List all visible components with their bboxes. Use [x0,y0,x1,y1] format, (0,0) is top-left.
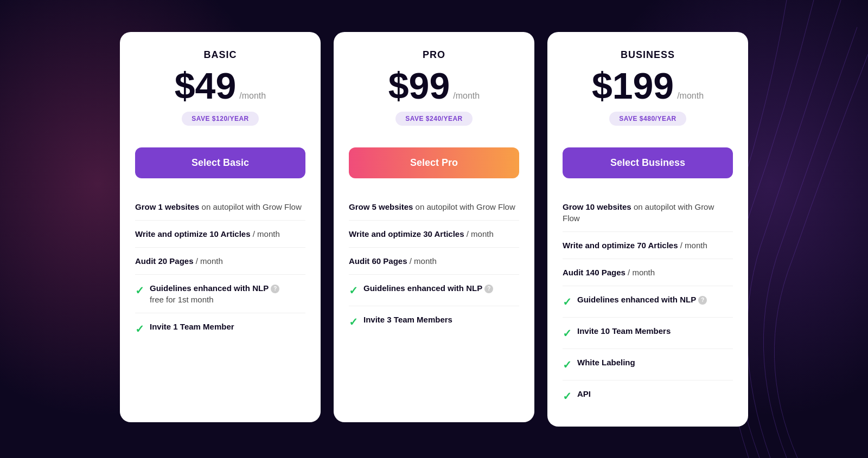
plan-save-wrapper-pro: SAVE $240/YEAR [349,112,519,137]
plan-period-pro: /month [453,91,480,101]
help-icon-pro-3[interactable]: ? [484,285,493,293]
plan-save-badge-business: SAVE $480/YEAR [609,112,686,126]
plan-name-pro: PRO [349,49,519,61]
feature-text-pro-3: Guidelines enhanced with NLP? [363,282,519,294]
feature-text-basic-3: Guidelines enhanced with NLP? free for 1… [150,282,305,305]
feature-item-business-6: ✓API [563,380,733,411]
features-list-basic: Grow 1 websites on autopilot with Grow F… [135,193,305,344]
feature-text-pro-4: Invite 3 Team Members [363,314,519,325]
plan-card-basic: BASIC$49/monthSAVE $120/YEARSelect Basic… [120,32,321,422]
help-icon-basic-3[interactable]: ? [271,285,279,293]
check-icon-business-3: ✓ [563,294,572,309]
feature-item-basic-2: Audit 20 Pages / month [135,248,305,275]
plan-price-row-pro: $99/month [349,67,519,104]
features-list-pro: Grow 5 websites on autopilot with Grow F… [349,193,519,337]
select-pro-button[interactable]: Select Pro [349,147,519,178]
plan-price-row-basic: $49/month [135,67,305,104]
check-icon-pro-4: ✓ [349,314,358,330]
plan-price-basic: $49 [175,67,236,104]
feature-item-basic-4: ✓Invite 1 Team Member [135,313,305,344]
plan-save-wrapper-basic: SAVE $120/YEAR [135,112,305,137]
plan-name-basic: BASIC [135,49,305,61]
feature-item-business-4: ✓Invite 10 Team Members [563,318,733,349]
features-list-business: Grow 10 websites on autopilot with Grow … [563,193,733,411]
plan-name-business: BUSINESS [563,49,733,61]
check-icon-business-5: ✓ [563,357,572,372]
feature-item-business-2: Audit 140 Pages / month [563,259,733,286]
check-icon-pro-3: ✓ [349,283,358,298]
feature-item-pro-4: ✓Invite 3 Team Members [349,306,519,337]
feature-item-pro-2: Audit 60 Pages / month [349,248,519,275]
plan-save-badge-basic: SAVE $120/YEAR [182,112,259,126]
plan-price-business: $199 [592,67,674,104]
select-business-button[interactable]: Select Business [563,147,733,178]
feature-text-business-4: Invite 10 Team Members [577,325,733,337]
feature-item-basic-0: Grow 1 websites on autopilot with Grow F… [135,193,305,221]
plan-card-business: BUSINESS$199/monthSAVE $480/YEARSelect B… [547,32,748,427]
plan-period-basic: /month [239,91,266,101]
feature-text-business-6: API [577,388,733,399]
feature-item-business-3: ✓Guidelines enhanced with NLP? [563,286,733,318]
feature-text-business-3: Guidelines enhanced with NLP? [577,294,733,305]
feature-item-business-1: Write and optimize 70 Articles / month [563,232,733,259]
check-icon-basic-4: ✓ [135,321,144,337]
feature-item-basic-1: Write and optimize 10 Articles / month [135,221,305,248]
plan-period-business: /month [677,91,704,101]
plan-save-badge-pro: SAVE $240/YEAR [395,112,473,126]
feature-item-pro-0: Grow 5 websites on autopilot with Grow F… [349,193,519,221]
feature-item-pro-1: Write and optimize 30 Articles / month [349,221,519,248]
check-icon-business-6: ✓ [563,389,572,404]
check-icon-business-4: ✓ [563,326,572,341]
feature-item-basic-3: ✓Guidelines enhanced with NLP? free for … [135,275,305,313]
feature-text-business-5: White Labeling [577,357,733,368]
plans-container: BASIC$49/monthSAVE $120/YEARSelect Basic… [109,21,759,437]
check-icon-basic-3: ✓ [135,283,144,298]
feature-text-basic-4: Invite 1 Team Member [150,321,305,332]
help-icon-business-3[interactable]: ? [698,296,707,305]
plan-price-row-business: $199/month [563,67,733,104]
plan-save-wrapper-business: SAVE $480/YEAR [563,112,733,137]
plan-card-pro: PRO$99/monthSAVE $240/YEARSelect ProGrow… [334,32,534,422]
feature-item-business-0: Grow 10 websites on autopilot with Grow … [563,193,733,232]
plan-price-pro: $99 [388,67,450,104]
select-basic-button[interactable]: Select Basic [135,147,305,178]
feature-item-pro-3: ✓Guidelines enhanced with NLP? [349,275,519,306]
feature-item-business-5: ✓White Labeling [563,349,733,380]
